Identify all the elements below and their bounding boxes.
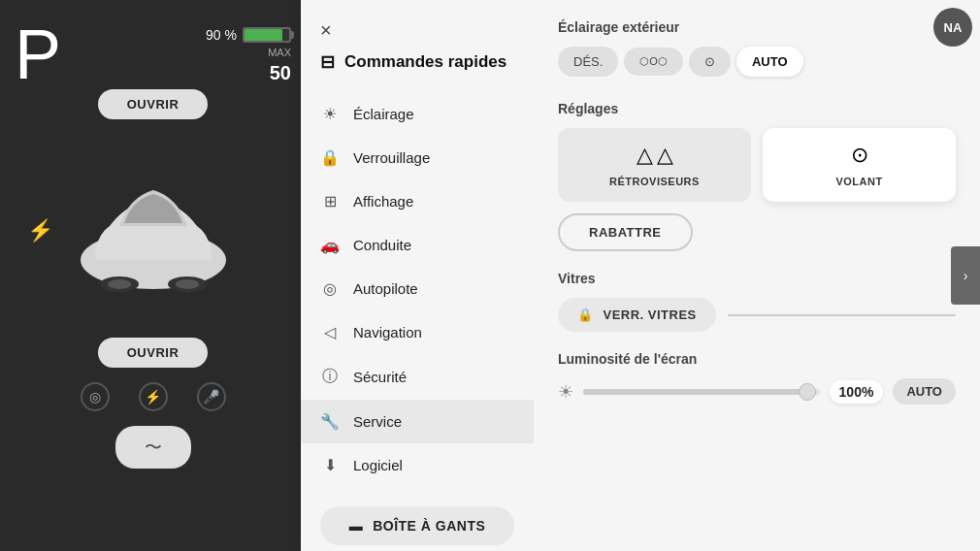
right-settings-panel: Éclairage extérieur DÉS. ⬡O⬡ ⊙ AUTO Régl… [534, 0, 980, 551]
menu-label-securite: Sécurité [353, 369, 407, 385]
brightness-icon: ☀ [558, 381, 573, 403]
glovebox-icon: ▬ [349, 518, 364, 534]
menu-label-verrouillage: Verrouillage [353, 149, 430, 166]
security-icon: ⓘ [320, 367, 340, 387]
lock-icon: 🔒 [320, 148, 340, 167]
menu-item-logiciel[interactable]: ⬇ Logiciel [301, 443, 534, 487]
menu-item-navigation[interactable]: ◁ Navigation [301, 310, 534, 354]
car-visualization: ⚡ [56, 134, 250, 328]
close-button[interactable]: × [301, 19, 351, 51]
light-btn-mid[interactable]: ⊙ [689, 47, 731, 77]
max-label: MAX [268, 47, 291, 58]
brightness-thumb [799, 383, 816, 401]
bolt-left-icon: ⚡ [27, 218, 53, 243]
steering-icon: ⊙ [851, 143, 868, 168]
left-dashboard-panel: P 90 % MAX 50 OUVRIR [0, 0, 306, 551]
quick-commands-panel: × ⊟ Commandes rapides ☀ Éclairage 🔒 Verr… [301, 0, 534, 551]
expand-arrow[interactable]: › [951, 246, 980, 305]
download-icon: ⬇ [320, 456, 340, 474]
volant-label: VOLANT [835, 176, 882, 187]
mic-icon[interactable]: 🎤 [197, 382, 226, 411]
battery-percent: 90 % [206, 27, 237, 43]
volant-card[interactable]: ⊙ VOLANT [763, 128, 956, 202]
svg-point-4 [176, 279, 199, 289]
vitres-title: Vitres [558, 271, 956, 286]
nav-icon: ◁ [320, 323, 340, 341]
panel-title: ⊟ Commandes rapides [301, 51, 534, 92]
menu-label-logiciel: Logiciel [353, 457, 403, 473]
retroviseurs-label: RÉTROVISEURS [609, 176, 700, 187]
commands-icon: ⊟ [320, 51, 335, 73]
display-icon: ⊞ [320, 192, 340, 211]
eclairage-title: Éclairage extérieur [558, 19, 956, 35]
reglages-title: Réglages [558, 101, 956, 116]
lighting-options-row: DÉS. ⬡O⬡ ⊙ AUTO [558, 47, 956, 77]
wiper-button[interactable]: 〜 [115, 426, 191, 469]
bottom-icons-row: ◎ ⚡ 🎤 [81, 382, 226, 411]
open-bottom-button[interactable]: OUVRIR [98, 338, 209, 368]
menu-item-autopilote[interactable]: ◎ Autopilote [301, 267, 534, 310]
vitres-row: 🔒 VERR. VITRES [558, 298, 956, 332]
menu-item-conduite[interactable]: 🚗 Conduite [301, 223, 534, 267]
auto-brightness-button[interactable]: AUTO [893, 378, 956, 405]
menu-label-service: Service [353, 413, 402, 430]
menu-label-eclairage: Éclairage [353, 106, 414, 122]
vitres-separator [728, 314, 956, 316]
light-btn-auto[interactable]: AUTO [736, 47, 803, 77]
menu-item-securite[interactable]: ⓘ Sécurité [301, 354, 534, 400]
avatar[interactable]: NA [933, 8, 972, 47]
menu-label-conduite: Conduite [353, 237, 411, 253]
battery-bar [243, 27, 291, 43]
menu-item-verrouillage[interactable]: 🔒 Verrouillage [301, 136, 534, 179]
autopilot-icon: ◎ [320, 279, 340, 298]
verr-vitres-button[interactable]: 🔒 VERR. VITRES [558, 298, 716, 332]
menu-item-affichage[interactable]: ⊞ Affichage [301, 179, 534, 223]
wrench-icon: 🔧 [320, 412, 340, 431]
window-lock-icon: 🔒 [577, 308, 594, 322]
light-btn-low[interactable]: ⬡O⬡ [624, 48, 683, 76]
sun-icon: ☀ [320, 105, 340, 123]
light-btn-des[interactable]: DÉS. [558, 47, 618, 77]
menu-item-eclairage[interactable]: ☀ Éclairage [301, 92, 534, 136]
menu-label-affichage: Affichage [353, 193, 413, 210]
brightness-value: 100% [830, 380, 884, 404]
menu-label-navigation: Navigation [353, 324, 422, 340]
max-value: 50 [270, 62, 291, 84]
car-icon: 🚗 [320, 236, 340, 254]
menu-label-autopilote: Autopilote [353, 280, 418, 297]
luminosite-title: Luminosité de l'écran [558, 351, 956, 367]
rabattre-button[interactable]: RABATTRE [558, 213, 693, 251]
target-icon[interactable]: ◎ [81, 382, 110, 411]
wiper-icon: 〜 [145, 438, 162, 457]
menu-item-service[interactable]: 🔧 Service [301, 400, 534, 443]
lightning-icon[interactable]: ⚡ [139, 382, 168, 411]
mirrors-icon: △△ [637, 143, 673, 168]
reglages-cards-row: △△ RÉTROVISEURS ⊙ VOLANT [558, 128, 956, 202]
brightness-row: ☀ 100% AUTO [558, 378, 956, 405]
svg-point-3 [108, 279, 131, 289]
glovebox-button[interactable]: ▬ BOÎTE À GANTS [320, 506, 514, 545]
open-top-button[interactable]: OUVRIR [98, 89, 209, 119]
retroviseurs-card[interactable]: △△ RÉTROVISEURS [558, 128, 751, 202]
park-label: P [15, 19, 61, 89]
brightness-slider[interactable] [583, 389, 820, 395]
